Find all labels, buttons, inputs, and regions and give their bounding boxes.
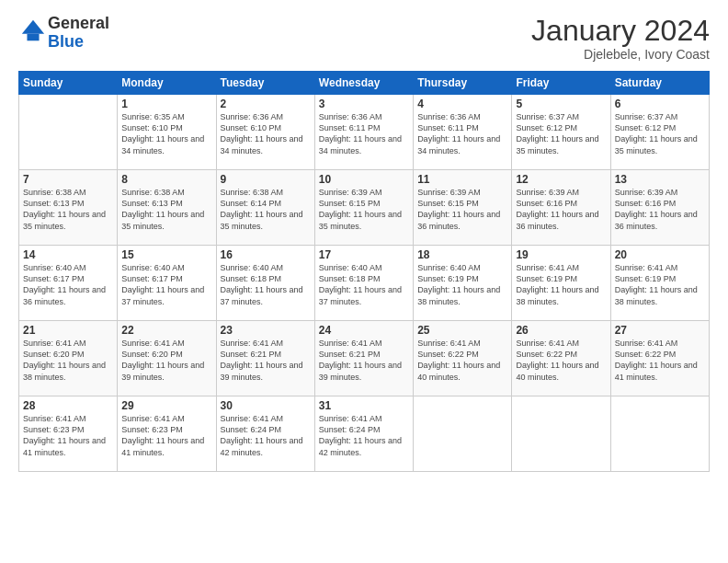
day-number: 30 — [221, 399, 311, 412]
day-info: Sunrise: 6:36 AMSunset: 6:10 PMDaylight:… — [221, 111, 311, 156]
day-cell-2-3: 17Sunrise: 6:40 AMSunset: 6:18 PMDayligh… — [314, 246, 413, 321]
day-info: Sunrise: 6:35 AMSunset: 6:10 PMDaylight:… — [121, 111, 211, 156]
day-number: 29 — [121, 399, 211, 412]
day-cell-0-4: 4Sunrise: 6:36 AMSunset: 6:11 PMDaylight… — [414, 95, 512, 170]
day-info: Sunrise: 6:41 AMSunset: 6:21 PMDaylight:… — [319, 338, 409, 383]
day-info: Sunrise: 6:41 AMSunset: 6:24 PMDaylight:… — [221, 413, 311, 458]
day-cell-0-3: 3Sunrise: 6:36 AMSunset: 6:11 PMDaylight… — [314, 95, 413, 170]
day-number: 8 — [121, 173, 211, 186]
day-cell-0-0 — [19, 95, 118, 170]
day-cell-2-1: 15Sunrise: 6:40 AMSunset: 6:17 PMDayligh… — [118, 246, 216, 321]
header-friday: Friday — [512, 72, 610, 95]
svg-marker-0 — [22, 20, 44, 34]
weekday-header-row: Sunday Monday Tuesday Wednesday Thursday… — [19, 72, 710, 95]
header-monday: Monday — [118, 72, 216, 95]
day-cell-1-2: 9Sunrise: 6:38 AMSunset: 6:14 PMDaylight… — [216, 170, 314, 246]
day-number: 25 — [417, 324, 507, 337]
day-number: 16 — [221, 248, 311, 261]
day-info: Sunrise: 6:41 AMSunset: 6:22 PMDaylight:… — [516, 338, 606, 383]
logo-blue-text: Blue — [48, 32, 84, 51]
day-info: Sunrise: 6:38 AMSunset: 6:13 PMDaylight:… — [121, 187, 211, 232]
day-cell-4-5 — [512, 396, 610, 472]
day-cell-3-0: 21Sunrise: 6:41 AMSunset: 6:20 PMDayligh… — [19, 321, 118, 396]
title-block: January 2024 Djelebele, Ivory Coast — [531, 15, 710, 62]
day-info: Sunrise: 6:40 AMSunset: 6:18 PMDaylight:… — [319, 262, 409, 307]
svg-rect-1 — [27, 34, 39, 40]
week-row-5: 28Sunrise: 6:41 AMSunset: 6:23 PMDayligh… — [19, 396, 710, 472]
day-number: 12 — [516, 173, 606, 186]
day-number: 1 — [121, 98, 211, 110]
day-number: 5 — [516, 98, 606, 110]
day-info: Sunrise: 6:38 AMSunset: 6:14 PMDaylight:… — [221, 187, 311, 232]
day-cell-1-0: 7Sunrise: 6:38 AMSunset: 6:13 PMDaylight… — [19, 170, 118, 246]
day-cell-1-6: 13Sunrise: 6:39 AMSunset: 6:16 PMDayligh… — [610, 170, 709, 246]
day-cell-3-4: 25Sunrise: 6:41 AMSunset: 6:22 PMDayligh… — [414, 321, 512, 396]
day-number: 9 — [221, 173, 311, 186]
day-cell-3-2: 23Sunrise: 6:41 AMSunset: 6:21 PMDayligh… — [216, 321, 314, 396]
day-number: 18 — [417, 248, 507, 261]
day-info: Sunrise: 6:41 AMSunset: 6:23 PMDaylight:… — [121, 413, 211, 458]
day-cell-0-1: 1Sunrise: 6:35 AMSunset: 6:10 PMDaylight… — [118, 95, 216, 170]
day-number: 26 — [516, 324, 606, 337]
month-title: January 2024 — [531, 15, 710, 47]
header-tuesday: Tuesday — [216, 72, 314, 95]
day-number: 23 — [221, 324, 311, 337]
day-cell-3-5: 26Sunrise: 6:41 AMSunset: 6:22 PMDayligh… — [512, 321, 610, 396]
day-cell-3-6: 27Sunrise: 6:41 AMSunset: 6:22 PMDayligh… — [610, 321, 709, 396]
day-info: Sunrise: 6:41 AMSunset: 6:23 PMDaylight:… — [23, 413, 113, 458]
day-number: 20 — [615, 248, 705, 261]
page: General Blue January 2024 Djelebele, Ivo… — [0, 0, 728, 563]
day-cell-1-1: 8Sunrise: 6:38 AMSunset: 6:13 PMDaylight… — [118, 170, 216, 246]
day-info: Sunrise: 6:41 AMSunset: 6:22 PMDaylight:… — [615, 338, 705, 383]
day-cell-1-4: 11Sunrise: 6:39 AMSunset: 6:15 PMDayligh… — [414, 170, 512, 246]
calendar-table: Sunday Monday Tuesday Wednesday Thursday… — [18, 71, 710, 472]
day-cell-1-5: 12Sunrise: 6:39 AMSunset: 6:16 PMDayligh… — [512, 170, 610, 246]
day-info: Sunrise: 6:37 AMSunset: 6:12 PMDaylight:… — [615, 111, 705, 156]
header: General Blue January 2024 Djelebele, Ivo… — [18, 15, 710, 62]
header-sunday: Sunday — [19, 72, 118, 95]
header-thursday: Thursday — [414, 72, 512, 95]
day-number: 28 — [23, 399, 113, 412]
day-info: Sunrise: 6:40 AMSunset: 6:19 PMDaylight:… — [417, 262, 507, 307]
week-row-2: 7Sunrise: 6:38 AMSunset: 6:13 PMDaylight… — [19, 170, 710, 246]
day-number: 11 — [417, 173, 507, 186]
logo-general-text: General — [48, 14, 109, 32]
day-number: 7 — [23, 173, 113, 186]
day-cell-3-3: 24Sunrise: 6:41 AMSunset: 6:21 PMDayligh… — [314, 321, 413, 396]
logo: General Blue — [18, 15, 109, 52]
day-info: Sunrise: 6:41 AMSunset: 6:21 PMDaylight:… — [221, 338, 311, 383]
day-info: Sunrise: 6:36 AMSunset: 6:11 PMDaylight:… — [417, 111, 507, 156]
day-cell-0-5: 5Sunrise: 6:37 AMSunset: 6:12 PMDaylight… — [512, 95, 610, 170]
day-info: Sunrise: 6:41 AMSunset: 6:24 PMDaylight:… — [319, 413, 409, 458]
day-number: 14 — [23, 248, 113, 261]
day-info: Sunrise: 6:41 AMSunset: 6:20 PMDaylight:… — [121, 338, 211, 383]
day-cell-4-6 — [610, 396, 709, 472]
day-number: 17 — [319, 248, 409, 261]
day-info: Sunrise: 6:36 AMSunset: 6:11 PMDaylight:… — [319, 111, 409, 156]
day-cell-2-4: 18Sunrise: 6:40 AMSunset: 6:19 PMDayligh… — [414, 246, 512, 321]
day-info: Sunrise: 6:38 AMSunset: 6:13 PMDaylight:… — [23, 187, 113, 232]
location-subtitle: Djelebele, Ivory Coast — [531, 47, 710, 62]
day-number: 27 — [615, 324, 705, 337]
day-number: 3 — [319, 98, 409, 110]
day-number: 13 — [615, 173, 705, 186]
day-number: 19 — [516, 248, 606, 261]
day-number: 15 — [121, 248, 211, 261]
day-info: Sunrise: 6:40 AMSunset: 6:17 PMDaylight:… — [23, 262, 113, 307]
day-info: Sunrise: 6:41 AMSunset: 6:20 PMDaylight:… — [23, 338, 113, 383]
day-cell-4-1: 29Sunrise: 6:41 AMSunset: 6:23 PMDayligh… — [118, 396, 216, 472]
header-saturday: Saturday — [610, 72, 709, 95]
day-info: Sunrise: 6:40 AMSunset: 6:18 PMDaylight:… — [221, 262, 311, 307]
day-info: Sunrise: 6:39 AMSunset: 6:16 PMDaylight:… — [516, 187, 606, 232]
day-number: 31 — [319, 399, 409, 412]
day-info: Sunrise: 6:39 AMSunset: 6:16 PMDaylight:… — [615, 187, 705, 232]
day-cell-4-0: 28Sunrise: 6:41 AMSunset: 6:23 PMDayligh… — [19, 396, 118, 472]
week-row-1: 1Sunrise: 6:35 AMSunset: 6:10 PMDaylight… — [19, 95, 710, 170]
day-info: Sunrise: 6:40 AMSunset: 6:17 PMDaylight:… — [121, 262, 211, 307]
day-info: Sunrise: 6:39 AMSunset: 6:15 PMDaylight:… — [417, 187, 507, 232]
day-number: 24 — [319, 324, 409, 337]
day-info: Sunrise: 6:41 AMSunset: 6:22 PMDaylight:… — [417, 338, 507, 383]
day-number: 6 — [615, 98, 705, 110]
day-cell-2-2: 16Sunrise: 6:40 AMSunset: 6:18 PMDayligh… — [216, 246, 314, 321]
week-row-3: 14Sunrise: 6:40 AMSunset: 6:17 PMDayligh… — [19, 246, 710, 321]
